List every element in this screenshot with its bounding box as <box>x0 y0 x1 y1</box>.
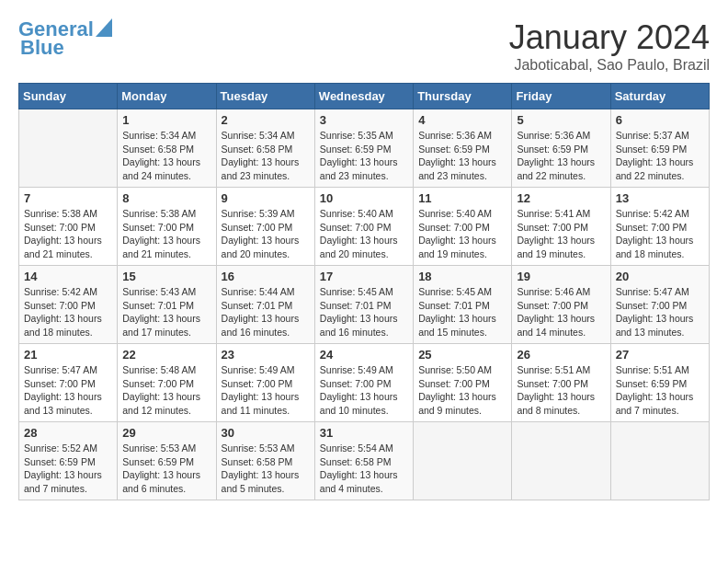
calendar-cell <box>610 422 709 500</box>
subtitle: Jaboticabal, Sao Paulo, Brazil <box>509 57 710 74</box>
cell-content: Sunrise: 5:42 AMSunset: 7:00 PMDaylight:… <box>24 285 112 339</box>
cell-content: Sunrise: 5:36 AMSunset: 6:59 PMDaylight:… <box>517 129 605 183</box>
cell-content: Sunrise: 5:51 AMSunset: 7:00 PMDaylight:… <box>517 363 605 418</box>
calendar-cell <box>414 422 512 500</box>
day-header-thursday: Thursday <box>414 84 512 109</box>
cell-content: Sunrise: 5:47 AMSunset: 7:00 PMDaylight:… <box>24 363 112 418</box>
calendar-cell: 27Sunrise: 5:51 AMSunset: 6:59 PMDayligh… <box>610 344 709 422</box>
calendar-cell: 23Sunrise: 5:49 AMSunset: 7:00 PMDayligh… <box>216 344 314 422</box>
calendar-cell: 30Sunrise: 5:53 AMSunset: 6:58 PMDayligh… <box>216 422 314 500</box>
day-header-friday: Friday <box>512 84 610 109</box>
calendar-cell: 8Sunrise: 5:38 AMSunset: 7:00 PMDaylight… <box>118 188 216 266</box>
calendar-cell: 17Sunrise: 5:45 AMSunset: 7:01 PMDayligh… <box>314 266 413 344</box>
day-number: 20 <box>616 270 704 283</box>
day-number: 23 <box>222 348 310 362</box>
cell-content: Sunrise: 5:52 AMSunset: 6:59 PMDaylight:… <box>24 442 112 496</box>
calendar-header-row: SundayMondayTuesdayWednesdayThursdayFrid… <box>19 84 710 109</box>
day-number: 27 <box>616 348 704 362</box>
calendar-cell: 10Sunrise: 5:40 AMSunset: 7:00 PMDayligh… <box>314 188 413 266</box>
calendar-week-row: 28Sunrise: 5:52 AMSunset: 6:59 PMDayligh… <box>19 422 710 500</box>
calendar-cell <box>512 422 610 500</box>
cell-content: Sunrise: 5:38 AMSunset: 7:00 PMDaylight:… <box>122 207 210 261</box>
cell-content: Sunrise: 5:40 AMSunset: 7:00 PMDaylight:… <box>418 207 506 261</box>
calendar-week-row: 14Sunrise: 5:42 AMSunset: 7:00 PMDayligh… <box>19 266 710 344</box>
logo-triangle-icon <box>96 18 112 37</box>
cell-content: Sunrise: 5:35 AMSunset: 6:59 PMDaylight:… <box>320 129 408 183</box>
cell-content: Sunrise: 5:37 AMSunset: 6:59 PMDaylight:… <box>616 129 704 183</box>
cell-content: Sunrise: 5:50 AMSunset: 7:00 PMDaylight:… <box>418 363 506 418</box>
day-number: 2 <box>222 113 310 127</box>
day-number: 18 <box>418 270 506 283</box>
svg-marker-0 <box>96 18 112 37</box>
title-section: January 2024 Jaboticabal, Sao Paulo, Bra… <box>509 18 710 74</box>
logo: General Blue <box>18 18 112 59</box>
day-number: 11 <box>418 191 506 205</box>
cell-content: Sunrise: 5:49 AMSunset: 7:00 PMDaylight:… <box>222 363 310 418</box>
calendar-cell: 3Sunrise: 5:35 AMSunset: 6:59 PMDaylight… <box>314 109 413 188</box>
cell-content: Sunrise: 5:54 AMSunset: 6:58 PMDaylight:… <box>320 442 408 496</box>
cell-content: Sunrise: 5:40 AMSunset: 7:00 PMDaylight:… <box>320 207 408 261</box>
cell-content: Sunrise: 5:44 AMSunset: 7:01 PMDaylight:… <box>222 285 310 339</box>
calendar-cell: 13Sunrise: 5:42 AMSunset: 7:00 PMDayligh… <box>610 188 709 266</box>
day-number: 8 <box>122 191 210 205</box>
calendar-cell: 11Sunrise: 5:40 AMSunset: 7:00 PMDayligh… <box>414 188 512 266</box>
calendar-cell: 4Sunrise: 5:36 AMSunset: 6:59 PMDaylight… <box>414 109 512 188</box>
calendar-cell: 21Sunrise: 5:47 AMSunset: 7:00 PMDayligh… <box>19 344 118 422</box>
logo-text-blue: Blue <box>20 37 64 59</box>
calendar-cell: 16Sunrise: 5:44 AMSunset: 7:01 PMDayligh… <box>216 266 314 344</box>
day-number: 25 <box>418 348 506 362</box>
calendar-week-row: 21Sunrise: 5:47 AMSunset: 7:00 PMDayligh… <box>19 344 710 422</box>
day-number: 31 <box>320 426 408 440</box>
calendar-cell: 14Sunrise: 5:42 AMSunset: 7:00 PMDayligh… <box>19 266 118 344</box>
calendar-cell: 22Sunrise: 5:48 AMSunset: 7:00 PMDayligh… <box>118 344 216 422</box>
cell-content: Sunrise: 5:42 AMSunset: 7:00 PMDaylight:… <box>616 207 704 261</box>
calendar-table: SundayMondayTuesdayWednesdayThursdayFrid… <box>18 83 710 500</box>
calendar-cell: 2Sunrise: 5:34 AMSunset: 6:58 PMDaylight… <box>216 109 314 188</box>
cell-content: Sunrise: 5:53 AMSunset: 6:58 PMDaylight:… <box>222 442 310 496</box>
day-number: 26 <box>517 348 605 362</box>
calendar-cell: 12Sunrise: 5:41 AMSunset: 7:00 PMDayligh… <box>512 188 610 266</box>
day-number: 17 <box>320 270 408 283</box>
day-number: 14 <box>24 270 112 283</box>
cell-content: Sunrise: 5:49 AMSunset: 7:00 PMDaylight:… <box>320 363 408 418</box>
cell-content: Sunrise: 5:34 AMSunset: 6:58 PMDaylight:… <box>122 129 210 183</box>
day-header-monday: Monday <box>118 84 216 109</box>
cell-content: Sunrise: 5:47 AMSunset: 7:00 PMDaylight:… <box>616 285 704 339</box>
day-header-tuesday: Tuesday <box>216 84 314 109</box>
day-number: 4 <box>418 113 506 127</box>
calendar-cell: 5Sunrise: 5:36 AMSunset: 6:59 PMDaylight… <box>512 109 610 188</box>
day-header-wednesday: Wednesday <box>314 84 413 109</box>
calendar-cell: 24Sunrise: 5:49 AMSunset: 7:00 PMDayligh… <box>314 344 413 422</box>
calendar-week-row: 1Sunrise: 5:34 AMSunset: 6:58 PMDaylight… <box>19 109 710 188</box>
day-number: 28 <box>24 426 112 440</box>
calendar-cell: 25Sunrise: 5:50 AMSunset: 7:00 PMDayligh… <box>414 344 512 422</box>
calendar-cell: 29Sunrise: 5:53 AMSunset: 6:59 PMDayligh… <box>118 422 216 500</box>
cell-content: Sunrise: 5:41 AMSunset: 7:00 PMDaylight:… <box>517 207 605 261</box>
cell-content: Sunrise: 5:36 AMSunset: 6:59 PMDaylight:… <box>418 129 506 183</box>
day-number: 1 <box>122 113 210 127</box>
calendar-cell: 31Sunrise: 5:54 AMSunset: 6:58 PMDayligh… <box>314 422 413 500</box>
day-number: 22 <box>122 348 210 362</box>
cell-content: Sunrise: 5:39 AMSunset: 7:00 PMDaylight:… <box>222 207 310 261</box>
calendar-cell: 6Sunrise: 5:37 AMSunset: 6:59 PMDaylight… <box>610 109 709 188</box>
page-header: General Blue January 2024 Jaboticabal, S… <box>18 18 710 74</box>
day-number: 5 <box>517 113 605 127</box>
day-number: 19 <box>517 270 605 283</box>
calendar-cell: 19Sunrise: 5:46 AMSunset: 7:00 PMDayligh… <box>512 266 610 344</box>
calendar-cell: 26Sunrise: 5:51 AMSunset: 7:00 PMDayligh… <box>512 344 610 422</box>
cell-content: Sunrise: 5:48 AMSunset: 7:00 PMDaylight:… <box>122 363 210 418</box>
day-number: 30 <box>222 426 310 440</box>
calendar-cell: 7Sunrise: 5:38 AMSunset: 7:00 PMDaylight… <box>19 188 118 266</box>
day-number: 6 <box>616 113 704 127</box>
day-number: 16 <box>222 270 310 283</box>
day-number: 13 <box>616 191 704 205</box>
calendar-cell: 18Sunrise: 5:45 AMSunset: 7:01 PMDayligh… <box>414 266 512 344</box>
calendar-cell: 28Sunrise: 5:52 AMSunset: 6:59 PMDayligh… <box>19 422 118 500</box>
day-number: 24 <box>320 348 408 362</box>
day-number: 7 <box>24 191 112 205</box>
calendar-cell: 1Sunrise: 5:34 AMSunset: 6:58 PMDaylight… <box>118 109 216 188</box>
cell-content: Sunrise: 5:45 AMSunset: 7:01 PMDaylight:… <box>320 285 408 339</box>
day-header-saturday: Saturday <box>610 84 709 109</box>
calendar-cell <box>19 109 118 188</box>
cell-content: Sunrise: 5:43 AMSunset: 7:01 PMDaylight:… <box>122 285 210 339</box>
